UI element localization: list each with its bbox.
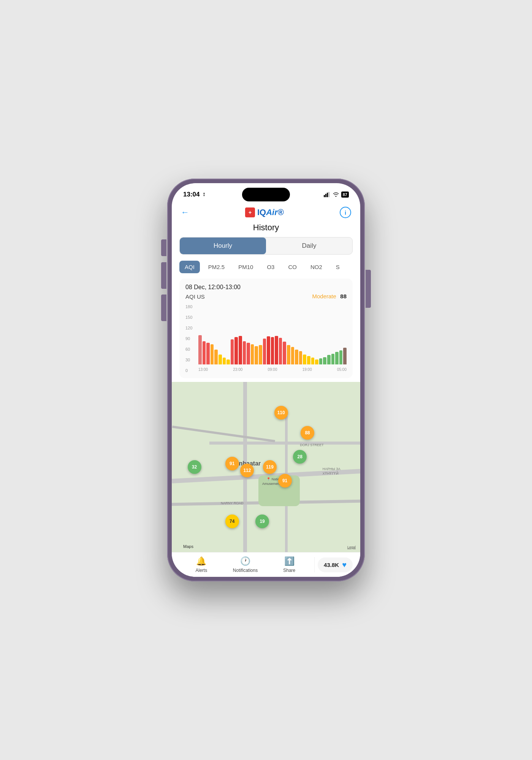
chart-bar-22 xyxy=(287,345,290,364)
road-label-narnyz: НАРНЫ ЗАХҮНҮГҮЙ xyxy=(323,467,340,476)
logo-cross: + xyxy=(245,207,255,217)
chart-bar-3 xyxy=(211,344,214,364)
notifications-icon: 🕐 xyxy=(240,556,250,566)
status-bar: 13:04 87 xyxy=(172,183,360,203)
share-label: Share xyxy=(283,568,295,573)
chart-bar-31 xyxy=(323,357,326,364)
back-button[interactable]: ← xyxy=(181,207,189,217)
chart-bar-18 xyxy=(271,337,274,364)
apple-maps-label: Maps xyxy=(176,544,193,549)
chart-bar-15 xyxy=(259,345,262,364)
tab-selector: Hourly Daily xyxy=(179,237,353,255)
chart-bar-36 xyxy=(343,348,347,364)
nav-notifications[interactable]: 🕐 Notifications xyxy=(223,556,268,573)
aqi-pin-28[interactable]: 28 xyxy=(293,450,307,464)
aqi-pin-110[interactable]: 110 xyxy=(274,406,288,420)
pollutant-co[interactable]: CO xyxy=(283,261,302,273)
chart-bar-8 xyxy=(231,339,234,364)
chart-bar-4 xyxy=(214,350,218,365)
chart-bar-24 xyxy=(295,350,298,365)
pollutant-pm25[interactable]: PM2.5 xyxy=(203,261,230,273)
chart-bar-2 xyxy=(206,343,210,364)
chart-date: 08 Dec, 12:00-13:00 xyxy=(185,284,347,291)
logo-text: IQAir® xyxy=(257,207,284,217)
aqi-status: Moderate xyxy=(312,293,336,299)
likes-button[interactable]: 43.8K ♥ xyxy=(318,557,353,572)
nav-alerts[interactable]: 🔔 Alerts xyxy=(179,556,223,573)
share-icon: ⬆️ xyxy=(284,556,294,566)
app-content: ← + IQAir® i History Hourly Daily AQI PM… xyxy=(172,203,360,577)
logo: + IQAir® xyxy=(245,207,284,217)
chart-bar-14 xyxy=(255,346,258,364)
likes-count: 43.8K xyxy=(324,562,339,568)
chart-bar-35 xyxy=(339,350,343,364)
info-button[interactable]: i xyxy=(340,207,351,218)
svg-rect-0 xyxy=(324,195,325,197)
legal-link[interactable]: Legal xyxy=(347,545,356,549)
chart-bar-23 xyxy=(291,347,294,364)
aqi-pin-32[interactable]: 32 xyxy=(188,460,201,474)
aqi-pin-91b[interactable]: 91 xyxy=(278,474,292,488)
chart-bar-13 xyxy=(251,344,254,364)
pollutant-no2[interactable]: NO2 xyxy=(305,261,328,273)
chart-bar-7 xyxy=(226,359,230,364)
aqi-pin-19[interactable]: 19 xyxy=(255,515,269,528)
nav-share[interactable]: ⬆️ Share xyxy=(267,556,311,573)
svg-rect-2 xyxy=(327,193,328,197)
chart-bar-17 xyxy=(267,336,270,364)
aqi-pin-74[interactable]: 74 xyxy=(225,515,239,528)
chart-bar-19 xyxy=(275,336,278,364)
bottom-nav: 🔔 Alerts 🕐 Notifications ⬆️ Share 43.8K … xyxy=(172,552,360,577)
pollutant-o3[interactable]: O3 xyxy=(261,261,280,273)
pollutant-s[interactable]: S xyxy=(331,261,345,273)
chart-bar-9 xyxy=(234,337,238,364)
aqi-pin-88[interactable]: 88 xyxy=(301,426,314,440)
map-background: 📍 NationalAmusement Park NARNY ROAD DORJ… xyxy=(172,382,360,552)
chart-bar-10 xyxy=(239,336,242,364)
tab-daily[interactable]: Daily xyxy=(266,238,352,254)
aqi-pin-119[interactable]: 119 xyxy=(263,460,277,474)
tab-hourly[interactable]: Hourly xyxy=(180,238,266,254)
chart-area: 180 150 120 90 60 30 0 13:00 23:00 09:00 xyxy=(185,304,347,373)
chart-bar-0 xyxy=(198,335,202,364)
chart-aqi-row: AQI US Moderate 88 xyxy=(185,293,347,300)
aqi-label: AQI US xyxy=(185,293,205,300)
svg-rect-3 xyxy=(328,192,329,197)
chart-bar-26 xyxy=(303,355,306,364)
alerts-icon: 🔔 xyxy=(196,556,206,566)
heart-icon: ♥ xyxy=(342,560,347,569)
chart-bar-5 xyxy=(218,355,222,364)
road-d1 xyxy=(172,426,275,442)
status-time: 13:04 xyxy=(183,191,206,198)
header: ← + IQAir® i xyxy=(172,203,360,222)
chart-bar-16 xyxy=(263,339,266,364)
chart-bar-1 xyxy=(203,341,206,364)
chart-bar-25 xyxy=(299,351,302,364)
pollutant-tabs: AQI PM2.5 PM10 O3 CO NO2 S xyxy=(172,261,360,273)
chart-section: 08 Dec, 12:00-13:00 AQI US Moderate 88 1… xyxy=(179,279,353,378)
nav-divider xyxy=(314,557,315,572)
aqi-value: 88 xyxy=(340,293,347,299)
map-section[interactable]: 📍 NationalAmusement Park NARNY ROAD DORJ… xyxy=(172,382,360,552)
chart-bar-29 xyxy=(315,359,318,364)
chart-bar-11 xyxy=(243,341,246,364)
signal-icon xyxy=(324,192,331,197)
pollutant-pm10[interactable]: PM10 xyxy=(233,261,258,273)
wifi-icon xyxy=(333,192,339,197)
apple-icon xyxy=(176,544,182,549)
pollutant-aqi[interactable]: AQI xyxy=(179,261,200,273)
aqi-pin-112[interactable]: 112 xyxy=(240,464,254,477)
chart-bar-20 xyxy=(279,338,282,364)
chart-y-labels: 180 150 120 90 60 30 0 xyxy=(185,304,197,373)
chart-bar-32 xyxy=(327,355,331,364)
svg-rect-1 xyxy=(325,194,326,197)
status-icons: 87 xyxy=(324,192,349,198)
aqi-pin-91a[interactable]: 91 xyxy=(225,457,239,470)
chart-bar-27 xyxy=(307,356,310,364)
chart-bar-33 xyxy=(331,354,335,364)
chart-bar-30 xyxy=(319,358,323,364)
notifications-label: Notifications xyxy=(233,568,258,573)
battery-icon: 87 xyxy=(341,192,349,198)
phone-frame: 13:04 87 xyxy=(167,179,365,581)
chart-bars xyxy=(198,304,347,364)
